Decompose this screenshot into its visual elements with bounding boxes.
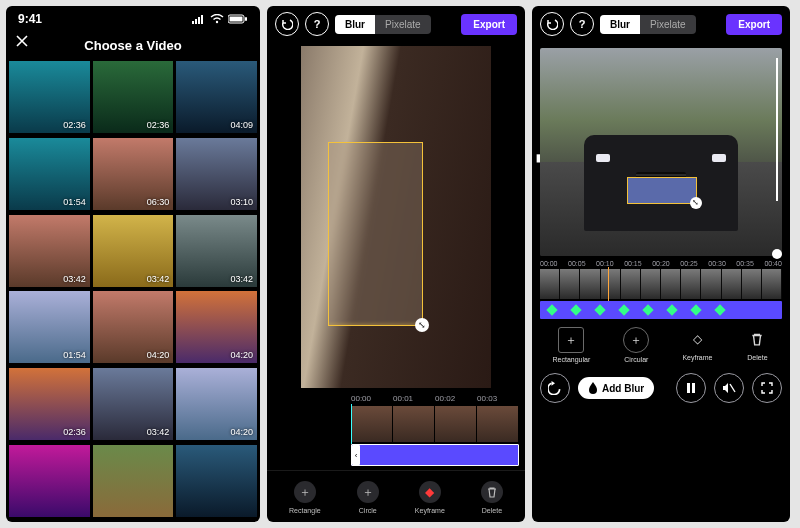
video-thumb[interactable]: 01:54 <box>9 291 90 363</box>
export-button[interactable]: Export <box>726 14 782 35</box>
playhead[interactable] <box>351 404 352 444</box>
intensity-slider[interactable] <box>770 58 784 206</box>
editor-portrait-screen: ? Blur Pixelate Export ⤡ 00:00 00:01 00:… <box>267 6 525 522</box>
duration-label: 03:42 <box>147 427 170 437</box>
gallery-header: Choose a Video <box>6 32 260 58</box>
duration-label: 04:20 <box>147 350 170 360</box>
tool-keyframe[interactable]: ◆ Keyframe <box>415 481 445 514</box>
svg-rect-3 <box>201 15 203 24</box>
video-thumb[interactable]: 02:36 <box>93 61 174 133</box>
video-thumb[interactable]: 02:36 <box>9 368 90 440</box>
tool-label: Delete <box>747 354 767 361</box>
duration-label: 01:54 <box>63 197 86 207</box>
video-preview[interactable]: ⤡ <box>301 46 491 388</box>
video-preview[interactable]: ⤡ <box>540 48 782 256</box>
duration-label: 02:36 <box>147 120 170 130</box>
video-thumb[interactable]: 03:42 <box>9 215 90 287</box>
video-thumb[interactable]: 04:09 <box>176 61 257 133</box>
video-thumb[interactable]: 03:10 <box>176 138 257 210</box>
blur-selection-rect[interactable]: ⤡ <box>328 142 423 327</box>
frame-strip[interactable] <box>351 406 519 442</box>
video-thumb[interactable]: 06:30 <box>93 138 174 210</box>
help-icon[interactable]: ? <box>570 12 594 36</box>
tick: 00:25 <box>680 260 698 267</box>
duration-label: 03:42 <box>63 274 86 284</box>
keyframe-marker[interactable] <box>714 304 725 315</box>
tab-blur[interactable]: Blur <box>335 15 375 34</box>
tab-pixelate[interactable]: Pixelate <box>640 15 696 34</box>
video-thumb[interactable]: 03:42 <box>176 215 257 287</box>
video-thumb[interactable]: 01:54 <box>9 138 90 210</box>
playback-bar: Add Blur <box>532 367 790 409</box>
timeline: 00:00 00:01 00:02 00:03 ‹ <box>267 388 525 470</box>
clip-grip-left[interactable]: ‹ <box>352 445 360 465</box>
video-thumb[interactable]: 04:20 <box>176 368 257 440</box>
editor-topbar: ? Blur Pixelate Export <box>532 6 790 42</box>
tool-delete[interactable]: Delete <box>745 327 769 363</box>
keyframe-marker[interactable] <box>546 304 557 315</box>
undo-button[interactable] <box>540 12 564 36</box>
video-thumb[interactable] <box>93 445 174 517</box>
playhead[interactable] <box>608 267 609 301</box>
video-thumb[interactable] <box>176 445 257 517</box>
plus-icon: ＋ <box>357 481 379 503</box>
mute-button[interactable] <box>714 373 744 403</box>
tool-keyframe[interactable]: ◇ Keyframe <box>682 327 712 363</box>
keyframe-marker[interactable] <box>690 304 701 315</box>
tool-label: Rectangle <box>289 507 321 514</box>
status-time: 9:41 <box>18 12 42 26</box>
pause-button[interactable] <box>676 373 706 403</box>
keyframe-marker[interactable] <box>594 304 605 315</box>
duration-label: 02:36 <box>63 120 86 130</box>
effect-segmented-control: Blur Pixelate <box>600 15 696 34</box>
add-blur-button[interactable]: Add Blur <box>578 377 654 399</box>
trash-icon <box>745 327 769 351</box>
tool-label: Delete <box>482 507 502 514</box>
close-icon[interactable] <box>16 35 28 47</box>
tab-blur[interactable]: Blur <box>600 15 640 34</box>
restart-button[interactable] <box>540 373 570 403</box>
svg-point-4 <box>216 21 218 23</box>
tick: 00:35 <box>736 260 754 267</box>
tool-rectangular[interactable]: ＋ Rectangular <box>553 327 591 363</box>
resize-handle-icon[interactable]: ⤡ <box>690 197 702 209</box>
video-thumb[interactable]: 02:36 <box>9 61 90 133</box>
fullscreen-button[interactable] <box>752 373 782 403</box>
help-icon[interactable]: ? <box>305 12 329 36</box>
video-thumb[interactable]: 04:20 <box>93 291 174 363</box>
keyframe-marker[interactable] <box>618 304 629 315</box>
video-grid: 02:3602:3604:0901:5406:3003:1003:4203:42… <box>6 58 260 522</box>
tool-delete[interactable]: Delete <box>481 481 503 514</box>
droplet-icon <box>588 382 598 394</box>
tab-pixelate[interactable]: Pixelate <box>375 15 431 34</box>
keyframe-marker[interactable] <box>570 304 581 315</box>
duration-label: 03:42 <box>230 274 253 284</box>
video-thumb[interactable]: 03:42 <box>93 215 174 287</box>
trash-icon <box>481 481 503 503</box>
blur-track[interactable]: ‹ <box>351 444 519 466</box>
keyframe-marker[interactable] <box>642 304 653 315</box>
video-thumb[interactable]: 03:42 <box>93 368 174 440</box>
keyframe-marker[interactable] <box>666 304 677 315</box>
tool-rectangle[interactable]: ＋ Rectangle <box>289 481 321 514</box>
tool-label: Keyframe <box>682 354 712 361</box>
export-button[interactable]: Export <box>461 14 517 35</box>
undo-button[interactable] <box>275 12 299 36</box>
status-right <box>192 14 248 24</box>
resize-handle-icon[interactable]: ⤡ <box>415 318 429 332</box>
frame-strip[interactable] <box>540 269 782 299</box>
wifi-icon <box>210 14 224 24</box>
tool-circular[interactable]: ＋ Circular <box>623 327 649 363</box>
video-thumb[interactable] <box>9 445 90 517</box>
status-bar: 9:41 <box>6 6 260 32</box>
blur-selection-rect[interactable]: ⤡ <box>627 177 697 204</box>
tool-circle[interactable]: ＋ Circle <box>357 481 379 514</box>
plus-icon: ＋ <box>558 327 584 353</box>
svg-rect-9 <box>692 383 695 393</box>
time-ticks: 00:0000:0500:1000:1500:2000:2500:3000:35… <box>540 260 782 267</box>
signal-icon <box>192 14 206 24</box>
tick: 00:40 <box>764 260 782 267</box>
video-thumb[interactable]: 04:20 <box>176 291 257 363</box>
add-blur-label: Add Blur <box>602 383 644 394</box>
keyframe-track[interactable] <box>540 301 782 319</box>
